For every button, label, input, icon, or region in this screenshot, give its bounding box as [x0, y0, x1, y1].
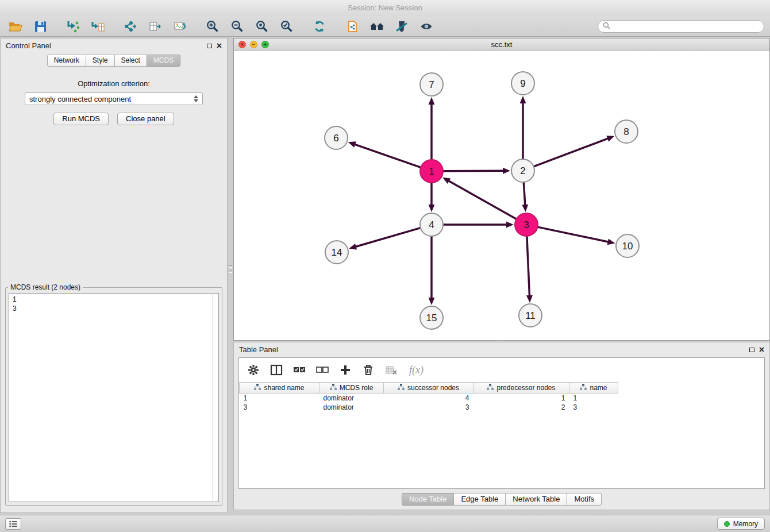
graph-node-1[interactable]: 1 — [420, 160, 443, 183]
column-header-name[interactable]: name — [569, 383, 618, 394]
tab-mcds[interactable]: MCDS — [147, 55, 180, 67]
svg-text:3: 3 — [523, 219, 529, 230]
column-type-icon — [254, 384, 261, 392]
float-window-icon[interactable] — [207, 44, 212, 48]
table-cell[interactable]: 2 — [473, 403, 569, 412]
tab-style[interactable]: Style — [86, 55, 115, 67]
graph-edge[interactable] — [429, 183, 435, 212]
graph-edge[interactable] — [526, 236, 533, 303]
table-cell[interactable]: 3 — [569, 403, 618, 412]
tab-select[interactable]: Select — [114, 55, 147, 67]
table-cell[interactable]: 1 — [569, 394, 618, 403]
graph-node-14[interactable]: 14 — [325, 241, 348, 264]
graph-node-2[interactable]: 2 — [511, 159, 534, 182]
panel-divider-vertical[interactable] — [229, 261, 232, 276]
network-canvas[interactable]: 7968124314101511 — [234, 51, 769, 340]
save-icon[interactable] — [30, 18, 50, 35]
zoom-in-icon[interactable] — [203, 18, 222, 35]
search-icon — [603, 21, 610, 32]
zoom-fit-icon[interactable] — [252, 18, 272, 35]
criterion-select[interactable]: strongly connected component — [25, 92, 203, 105]
graph-edge[interactable] — [443, 222, 514, 228]
zoom-out-icon[interactable] — [228, 18, 247, 35]
graph-edge[interactable] — [442, 178, 516, 219]
delete-table-icon[interactable] — [384, 363, 399, 377]
graph-node-10[interactable]: 10 — [616, 234, 639, 257]
graph-edge[interactable] — [349, 228, 421, 250]
table-row[interactable]: 3dominator323 — [240, 403, 765, 412]
run-mcds-button[interactable]: Run MCDS — [53, 113, 109, 125]
task-list-button[interactable] — [5, 518, 21, 530]
tab-network-table[interactable]: Network Table — [505, 493, 567, 506]
close-window-button[interactable]: × — [238, 41, 246, 48]
delete-row-icon[interactable] — [361, 363, 376, 377]
list-icon — [9, 521, 17, 527]
close-panel-icon[interactable]: × — [217, 43, 222, 49]
houses-icon[interactable] — [367, 18, 387, 35]
table-cell[interactable]: 1 — [473, 394, 569, 403]
table-cell[interactable]: 4 — [384, 394, 473, 403]
open-folder-icon[interactable] — [6, 18, 25, 35]
column-header-shared-name[interactable]: shared name — [240, 383, 319, 394]
maximize-window-button[interactable]: + — [261, 41, 269, 48]
table-panel-title: Table Panel — [239, 345, 278, 354]
table-row[interactable]: 1dominator411 — [240, 394, 765, 403]
main-toolbar — [0, 16, 770, 37]
graph-edge[interactable] — [429, 97, 435, 160]
eye-icon[interactable] — [417, 18, 436, 35]
float-table-panel-icon[interactable] — [749, 348, 754, 352]
column-header-mcds-role[interactable]: MCDS role — [319, 383, 384, 394]
deselect-all-icon[interactable] — [315, 363, 330, 377]
add-row-icon[interactable] — [338, 363, 353, 377]
graph-edge[interactable] — [538, 227, 615, 245]
table-cell[interactable]: 1 — [240, 394, 319, 403]
graph-node-4[interactable]: 4 — [420, 213, 443, 236]
tab-edge-table[interactable]: Edge Table — [453, 493, 506, 506]
graph-node-8[interactable]: 8 — [615, 120, 638, 143]
graph-edge[interactable] — [520, 96, 526, 159]
export-network-icon[interactable] — [121, 18, 140, 35]
close-panel-button[interactable]: Close panel — [117, 113, 174, 125]
search-field[interactable] — [598, 20, 764, 33]
graph-node-15[interactable]: 15 — [420, 306, 443, 329]
mcds-result-title: MCDS result (2 nodes) — [8, 283, 83, 291]
import-network-icon[interactable] — [63, 18, 83, 35]
export-table-icon[interactable] — [145, 18, 165, 35]
graph-node-3[interactable]: 3 — [515, 213, 538, 236]
search-input[interactable] — [613, 22, 759, 30]
table-cell[interactable]: dominator — [319, 394, 384, 403]
gear-icon[interactable] — [246, 363, 261, 377]
refresh-icon[interactable] — [310, 18, 329, 35]
graph-node-9[interactable]: 9 — [511, 72, 534, 95]
table-cell[interactable]: 3 — [384, 403, 473, 412]
graph-node-7[interactable]: 7 — [420, 73, 443, 96]
graph-edge[interactable] — [534, 136, 615, 167]
style-badge-icon[interactable] — [392, 18, 411, 35]
zoom-selected-icon[interactable] — [277, 18, 297, 35]
svg-text:14: 14 — [332, 247, 342, 258]
close-table-panel-icon[interactable]: × — [759, 346, 764, 353]
split-columns-icon[interactable] — [269, 363, 284, 377]
select-all-icon[interactable] — [292, 363, 307, 377]
table-cell[interactable]: 3 — [240, 403, 319, 412]
column-header-predecessor-nodes[interactable]: predecessor nodes — [473, 383, 569, 394]
table-cell[interactable]: dominator — [319, 403, 384, 412]
graph-edge[interactable] — [429, 236, 435, 305]
graph-edge[interactable] — [522, 182, 528, 212]
function-builder-icon[interactable]: f(x) — [409, 364, 424, 376]
graph-edge[interactable] — [443, 168, 510, 174]
clipboard-document-icon[interactable] — [342, 18, 362, 35]
column-header-successor-nodes[interactable]: successor nodes — [384, 383, 473, 394]
column-type-icon — [487, 384, 494, 392]
tab-node-table[interactable]: Node Table — [402, 493, 455, 506]
tab-motifs[interactable]: Motifs — [567, 493, 602, 506]
graph-node-6[interactable]: 6 — [325, 126, 348, 149]
export-image-icon[interactable] — [170, 18, 190, 35]
import-table-icon[interactable] — [88, 18, 107, 35]
graph-edge[interactable] — [348, 141, 421, 167]
memory-button[interactable]: Memory — [717, 518, 765, 530]
minimize-window-button[interactable]: − — [250, 41, 257, 48]
tab-network[interactable]: Network — [47, 55, 86, 67]
result-scrollbar[interactable] — [212, 294, 218, 501]
graph-node-11[interactable]: 11 — [519, 304, 542, 327]
